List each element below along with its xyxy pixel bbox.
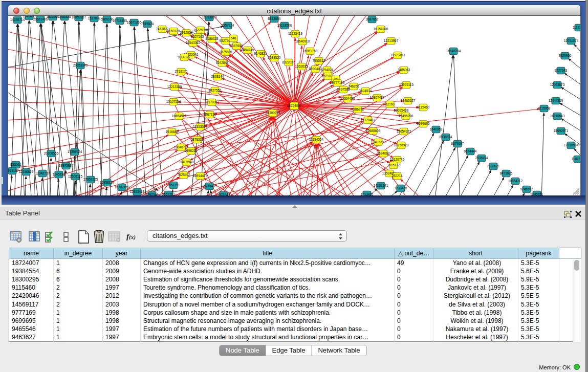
- svg-text:19463627: 19463627: [401, 99, 416, 102]
- svg-text:3913157: 3913157: [8, 169, 19, 172]
- svg-text:10719155: 10719155: [113, 19, 127, 23]
- svg-text:13495798: 13495798: [399, 114, 413, 118]
- svg-text:9245652: 9245652: [520, 187, 533, 191]
- svg-text:17359924: 17359924: [68, 150, 82, 154]
- svg-text:7632621: 7632621: [487, 164, 500, 168]
- svg-text:10107554: 10107554: [166, 100, 181, 103]
- svg-text:1571649: 1571649: [217, 193, 230, 195]
- svg-text:7386372: 7386372: [352, 107, 364, 111]
- svg-text:1615132: 1615132: [387, 163, 400, 167]
- svg-text:16033809: 16033809: [202, 16, 217, 19]
- svg-text:12444159: 12444159: [549, 99, 563, 102]
- svg-text:15720407: 15720407: [361, 118, 376, 122]
- svg-text:10025438: 10025438: [394, 108, 409, 112]
- svg-text:19218506: 19218506: [277, 24, 292, 27]
- svg-text:1640953: 1640953: [430, 127, 443, 131]
- svg-text:2588520: 2588520: [268, 56, 281, 59]
- svg-text:9657791: 9657791: [167, 183, 180, 187]
- svg-text:10688609: 10688609: [366, 129, 381, 133]
- svg-text:12093873: 12093873: [550, 83, 565, 86]
- svg-text:18640910: 18640910: [295, 39, 310, 43]
- svg-text:13975115: 13975115: [399, 83, 413, 86]
- svg-text:9657790: 9657790: [162, 192, 175, 195]
- svg-text:9227343: 9227343: [555, 69, 568, 72]
- svg-text:10756928: 10756928: [394, 143, 409, 147]
- svg-text:1822560: 1822560: [47, 16, 59, 18]
- svg-text:16914479: 16914479: [193, 174, 208, 178]
- svg-text:14136141: 14136141: [374, 184, 388, 187]
- svg-text:6966160: 6966160: [101, 17, 114, 21]
- svg-text:8990443: 8990443: [309, 67, 322, 71]
- svg-text:9329966: 9329966: [559, 54, 572, 57]
- svg-text:17957225: 17957225: [83, 178, 98, 181]
- svg-text:19777169: 19777169: [330, 81, 345, 84]
- svg-text:8267130: 8267130: [204, 113, 216, 116]
- svg-text:8160128: 8160128: [167, 29, 180, 33]
- svg-text:7515524: 7515524: [141, 22, 154, 26]
- svg-text:20053340: 20053340: [73, 63, 88, 67]
- svg-text:2367608: 2367608: [230, 44, 243, 48]
- svg-text:16210643: 16210643: [550, 114, 565, 118]
- svg-text:2718170: 2718170: [175, 70, 188, 73]
- svg-text:1292346: 1292346: [146, 193, 159, 195]
- svg-text:817006: 817006: [206, 100, 217, 104]
- svg-text:10807487: 10807487: [370, 96, 385, 99]
- svg-text:3875685: 3875685: [220, 50, 232, 54]
- svg-text:16648784: 16648784: [446, 49, 461, 53]
- svg-text:62160: 62160: [385, 102, 395, 106]
- svg-text:18409948: 18409948: [179, 160, 194, 164]
- svg-text:9327505: 9327505: [191, 35, 204, 38]
- svg-text:20206556: 20206556: [44, 151, 59, 155]
- svg-text:10046786: 10046786: [174, 145, 189, 149]
- svg-text:1145193: 1145193: [53, 172, 66, 176]
- svg-text:12505115: 12505115: [68, 174, 82, 178]
- svg-text:9115460: 9115460: [417, 105, 430, 109]
- svg-text:12156829: 12156829: [19, 170, 34, 173]
- svg-text:3684067: 3684067: [377, 151, 390, 155]
- svg-text:9674444: 9674444: [464, 149, 477, 153]
- svg-text:12342737: 12342737: [35, 171, 50, 175]
- svg-text:252214: 252214: [391, 174, 403, 178]
- svg-text:16782759: 16782759: [115, 185, 129, 189]
- svg-text:18724007: 18724007: [287, 104, 302, 107]
- svg-text:5498222: 5498222: [185, 149, 198, 152]
- svg-text:10973493: 10973493: [390, 53, 405, 57]
- svg-text:7485063: 7485063: [398, 68, 410, 72]
- svg-text:1527602: 1527602: [88, 16, 101, 20]
- svg-text:2087652: 2087652: [366, 17, 379, 21]
- svg-text:6679197: 6679197: [451, 142, 464, 145]
- svg-text:16543362: 16543362: [186, 41, 201, 45]
- svg-text:9146821: 9146821: [254, 52, 267, 55]
- svg-text:12213967: 12213967: [384, 39, 399, 42]
- svg-text:2935114: 2935114: [475, 156, 488, 160]
- svg-text:7357224: 7357224: [222, 24, 234, 27]
- svg-text:19654923: 19654923: [397, 129, 411, 133]
- svg-text:2803144: 2803144: [211, 75, 224, 78]
- svg-text:20691406: 20691406: [33, 17, 48, 21]
- svg-text:16654943: 16654943: [172, 114, 187, 118]
- svg-text:3215958: 3215958: [538, 106, 551, 110]
- svg-text:8322037: 8322037: [282, 60, 295, 64]
- svg-text:746266: 746266: [348, 84, 359, 88]
- svg-text:15751074: 15751074: [564, 39, 579, 42]
- svg-text:18407299: 18407299: [371, 140, 386, 144]
- svg-text:8454749: 8454749: [242, 48, 254, 52]
- svg-text:8427552: 8427552: [209, 89, 222, 92]
- svg-text:15716485: 15716485: [202, 184, 217, 188]
- svg-text:16961758: 16961758: [303, 49, 318, 53]
- svg-text:9699695: 9699695: [417, 122, 430, 125]
- svg-text:9242848: 9242848: [216, 61, 229, 64]
- svg-text:1916682: 1916682: [166, 130, 179, 134]
- svg-text:1117244: 1117244: [573, 26, 581, 29]
- svg-text:5878312: 5878312: [191, 138, 204, 141]
- svg-text:1733426: 1733426: [395, 186, 407, 190]
- svg-text:8813054: 8813054: [268, 17, 281, 20]
- svg-text:25300273: 25300273: [266, 111, 280, 115]
- svg-text:11325419: 11325419: [288, 32, 302, 35]
- svg-text:9390122: 9390122: [178, 55, 191, 59]
- svg-text:17016504: 17016504: [564, 143, 579, 147]
- svg-text:16154808: 16154808: [374, 27, 388, 31]
- svg-text:14055714: 14055714: [10, 18, 25, 21]
- svg-text:546: 546: [231, 36, 236, 40]
- svg-text:12923468: 12923468: [130, 190, 145, 193]
